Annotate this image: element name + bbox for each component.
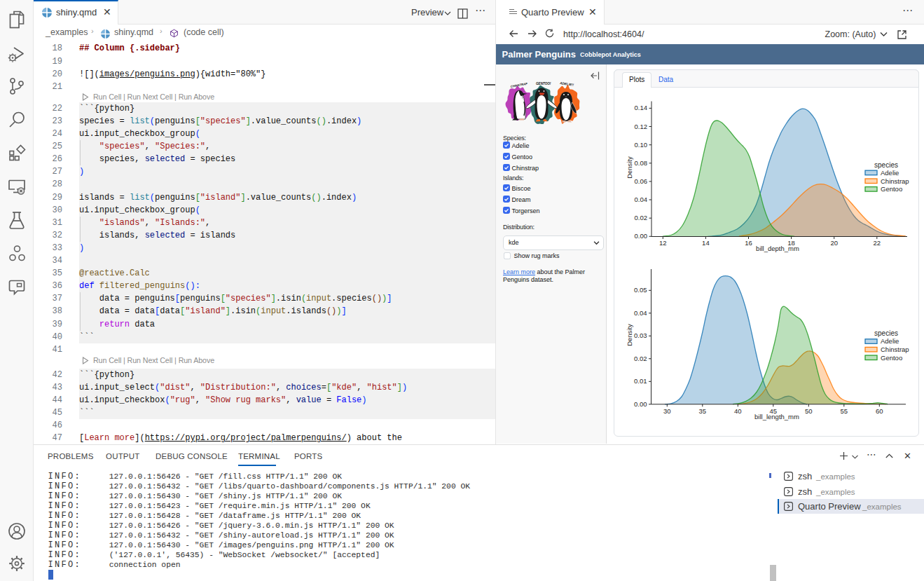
svg-text:60: 60 — [876, 407, 883, 415]
svg-text:Density: Density — [626, 156, 633, 179]
svg-text:0.06: 0.06 — [635, 177, 648, 185]
svg-text:Chinstrap: Chinstrap — [881, 346, 909, 353]
svg-text:14: 14 — [702, 239, 710, 247]
svg-text:species: species — [874, 329, 898, 337]
svg-text:35: 35 — [699, 407, 707, 415]
svg-text:16: 16 — [745, 239, 752, 247]
svg-text:Adelie: Adelie — [881, 337, 899, 345]
svg-text:ADELIE!!: ADELIE!! — [559, 81, 574, 87]
svg-text:55: 55 — [841, 407, 848, 415]
svg-text:bill_depth_mm: bill_depth_mm — [756, 245, 799, 252]
svg-text:GENTOO!: GENTOO! — [536, 82, 551, 86]
svg-text:0.03: 0.03 — [634, 331, 647, 339]
svg-text:CHINSTRAP: CHINSTRAP — [510, 82, 527, 88]
svg-text:0.10: 0.10 — [635, 141, 648, 149]
svg-text:0.04: 0.04 — [635, 196, 648, 203]
svg-text:30: 30 — [663, 407, 671, 415]
svg-text:0.02: 0.02 — [634, 355, 647, 362]
svg-text:50: 50 — [805, 407, 813, 415]
svg-text:0.14: 0.14 — [635, 104, 648, 111]
svg-text:0.05: 0.05 — [634, 286, 647, 294]
svg-text:0.04: 0.04 — [634, 309, 647, 317]
svg-text:0.02: 0.02 — [635, 214, 648, 221]
svg-text:0.12: 0.12 — [635, 123, 648, 130]
svg-text:22: 22 — [874, 239, 881, 247]
svg-text:12: 12 — [659, 239, 667, 247]
svg-text:Chinstrap: Chinstrap — [881, 177, 909, 185]
svg-text:species: species — [874, 161, 898, 169]
svg-text:Gentoo: Gentoo — [881, 185, 902, 193]
svg-text:Gentoo: Gentoo — [881, 354, 902, 362]
svg-text:0.08: 0.08 — [635, 159, 648, 167]
svg-text:0.01: 0.01 — [634, 377, 647, 385]
svg-text:0.00: 0.00 — [635, 232, 648, 240]
svg-text:20: 20 — [830, 239, 838, 247]
svg-text:Density: Density — [626, 324, 633, 346]
svg-text:Adelie: Adelie — [881, 169, 899, 177]
svg-text:0.00: 0.00 — [634, 400, 647, 408]
svg-text:40: 40 — [734, 407, 742, 415]
svg-text:bill_length_mm: bill_length_mm — [754, 413, 799, 421]
